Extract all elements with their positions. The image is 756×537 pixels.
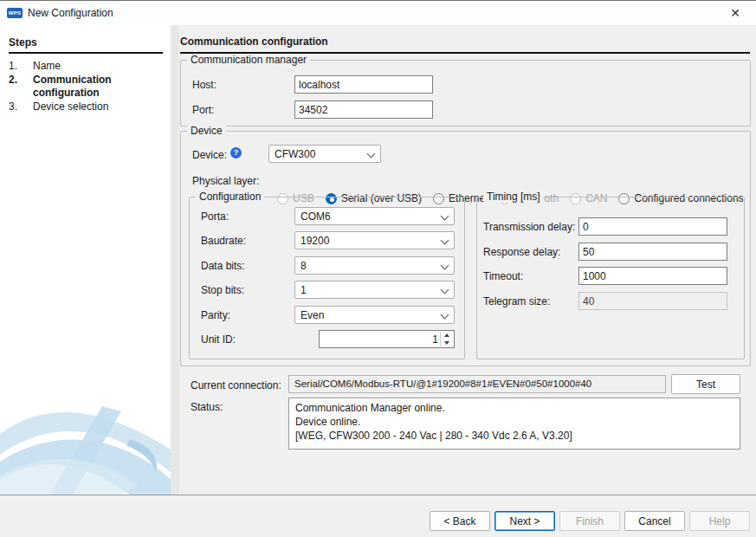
current-connection-label: Current connection: <box>191 379 281 391</box>
step-item-device-selection: 3. Device selection <box>9 100 165 113</box>
back-button[interactable]: < Back <box>430 511 490 531</box>
communication-manager-group: Communication manager <box>180 60 751 126</box>
transmission-delay-label: Transmission delay: <box>483 221 575 233</box>
step-label: Device selection <box>33 100 165 113</box>
status-line: [WEG, CFW300 200 - 240 Vac | 280 - 340 V… <box>295 429 733 443</box>
stop-bits-select[interactable]: 1 <box>294 281 455 299</box>
data-bits-select[interactable]: 8 <box>294 256 455 275</box>
step-item-name: 1. Name <box>9 60 165 73</box>
device-select-value: CFW300 <box>275 148 315 160</box>
decorative-swoosh <box>0 389 171 495</box>
next-button[interactable]: Next > <box>494 511 555 531</box>
step-number: 1. <box>9 60 33 73</box>
timeout-input[interactable] <box>578 267 727 285</box>
porta-select[interactable]: COM6 <box>294 207 455 225</box>
timeout-label: Timeout: <box>483 270 523 282</box>
group-title: Communication manager <box>187 54 310 66</box>
help-icon[interactable]: ? <box>230 147 242 159</box>
data-bits-select-value: 8 <box>300 260 307 272</box>
device-select[interactable]: CFW300 <box>268 145 381 163</box>
telegram-size-label: Telegram size: <box>483 295 550 307</box>
chevron-down-icon <box>441 286 449 294</box>
help-button: Help <box>689 511 750 531</box>
group-title: Timing [ms] <box>483 191 544 203</box>
spin-up-icon[interactable] <box>441 332 453 340</box>
cancel-button[interactable]: Cancel <box>624 511 685 531</box>
baudrate-select-value: 19200 <box>300 235 329 247</box>
current-connection-value: Serial/COM6/Modbus-RTU/@1#19200#8#1#EVEN… <box>288 375 666 393</box>
new-configuration-dialog: WPS New Configuration ✕ Steps 1. Name 2.… <box>0 0 756 537</box>
chevron-down-icon <box>367 150 376 159</box>
step-number: 3. <box>9 100 33 113</box>
spinner-buttons <box>440 332 453 346</box>
status-line: Communication Manager online. <box>295 401 733 415</box>
step-item-communication-configuration: 2. Communication configuration <box>9 74 165 100</box>
device-label: Device: <box>192 149 227 161</box>
status-line: Device online. <box>295 415 733 429</box>
parity-select-value: Even <box>300 309 324 321</box>
transmission-delay-input[interactable] <box>578 217 727 236</box>
status-box: Communication Manager online. Device onl… <box>288 398 740 450</box>
steps-list: 1. Name 2. Communication configuration 3… <box>9 60 165 114</box>
port-input[interactable] <box>294 100 433 119</box>
porta-label: Porta: <box>201 210 229 223</box>
step-label: Communication configuration <box>33 74 165 100</box>
parity-label: Parity: <box>201 309 230 321</box>
content-pane: Communication configuration Communicatio… <box>179 25 756 495</box>
stop-bits-select-value: 1 <box>300 284 307 296</box>
steps-header: Steps <box>9 36 163 54</box>
host-input[interactable] <box>294 75 433 94</box>
host-label: Host: <box>192 79 216 91</box>
group-title: Configuration <box>196 191 264 203</box>
data-bits-label: Data bits: <box>201 260 245 272</box>
page-title: Communication configuration <box>180 36 750 54</box>
wps-logo-icon: WPS <box>7 8 23 18</box>
response-delay-input[interactable] <box>578 243 727 261</box>
stop-bits-label: Stop bits: <box>201 284 244 296</box>
title-bar: WPS New Configuration ✕ <box>0 1 756 26</box>
telegram-size-input <box>578 292 727 310</box>
unit-id-value: 1 <box>432 333 438 346</box>
test-button[interactable]: Test <box>671 374 740 394</box>
unit-id-label: Unit ID: <box>201 333 236 346</box>
unit-id-stepper[interactable]: 1 <box>319 330 455 348</box>
step-label: Name <box>33 60 165 73</box>
spin-down-icon[interactable] <box>441 340 453 347</box>
chevron-down-icon <box>441 212 449 221</box>
step-number: 2. <box>9 74 33 100</box>
chevron-down-icon <box>441 262 449 270</box>
physical-layer-label: Physical layer: <box>192 175 259 187</box>
parity-select[interactable]: Even <box>294 306 455 324</box>
steps-sidebar: Steps 1. Name 2. Communication configura… <box>0 25 171 495</box>
port-label: Port: <box>192 104 214 116</box>
chevron-down-icon <box>441 236 449 245</box>
group-title: Device <box>187 125 226 137</box>
close-icon[interactable]: ✕ <box>720 1 751 25</box>
porta-select-value: COM6 <box>300 210 331 223</box>
status-label: Status: <box>191 401 223 413</box>
window-title: New Configuration <box>28 7 113 19</box>
footer-bar: < Back Next > Finish Cancel Help <box>0 495 756 537</box>
finish-button: Finish <box>559 511 620 531</box>
response-delay-label: Response delay: <box>483 246 560 258</box>
chevron-down-icon <box>441 311 449 320</box>
wizard-buttons: < Back Next > Finish Cancel Help <box>430 511 750 531</box>
baudrate-select[interactable]: 19200 <box>294 231 455 249</box>
panel-divider <box>171 25 179 495</box>
baudrate-label: Baudrate: <box>201 235 246 247</box>
